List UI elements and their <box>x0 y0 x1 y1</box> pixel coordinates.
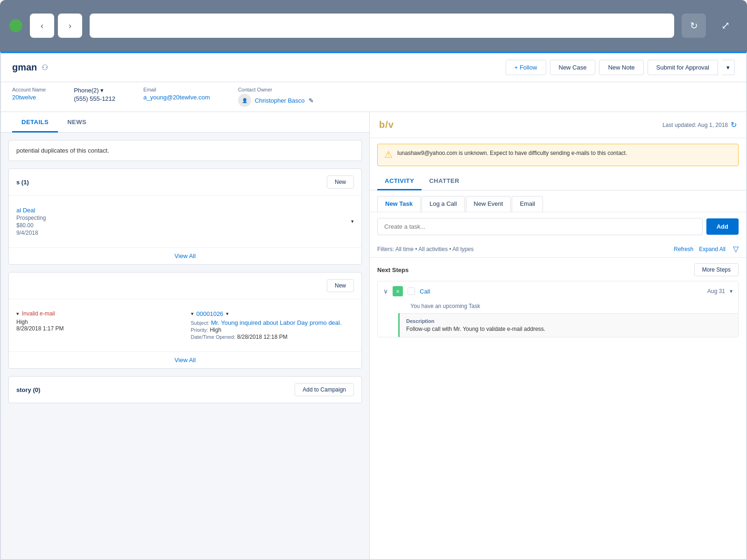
back-button[interactable]: ‹ <box>30 14 54 38</box>
new-case-button[interactable]: New Case <box>550 60 596 75</box>
case-priority-label: Priority: <box>191 327 208 333</box>
next-steps-title: Next Steps <box>377 266 409 273</box>
contact-info-bar: Account Name 20twelve Phone(2) ▾ (555) 5… <box>1 82 746 112</box>
task-name[interactable]: Call <box>420 288 703 295</box>
next-steps-header: Next Steps More Steps <box>377 263 739 276</box>
task-item-header: ∨ ≡ Call Aug 31 ▾ <box>378 281 738 301</box>
cases-body: ▾ Invalid e-mail High 8/28/2018 1:17 PM … <box>9 299 361 351</box>
refresh-expand: Refresh Expand All <box>674 246 726 252</box>
refresh-link[interactable]: Refresh <box>674 246 693 252</box>
phone-value: (555) 555-1212 <box>74 95 115 102</box>
cases-new-button[interactable]: New <box>327 279 354 292</box>
tree-icon[interactable]: ⚇ <box>42 63 48 72</box>
next-steps-section: Next Steps More Steps ∨ ≡ Call Aug 31 ▾ … <box>370 258 746 343</box>
log-call-tab[interactable]: Log a Call <box>422 196 465 212</box>
salesforce-app: gman ⚇ + Follow New Case New Note Submit… <box>0 51 747 560</box>
refresh-button[interactable]: ↻ <box>682 14 706 38</box>
phone-field: Phone(2) ▾ (555) 555-1212 <box>74 87 115 102</box>
cases-header: New <box>9 273 361 299</box>
owner-edit-icon[interactable]: ✎ <box>309 97 314 104</box>
case-subject-row: Subject: Mr. Young inquired about Labor … <box>191 319 354 326</box>
account-name-link[interactable]: 20twelve <box>12 94 36 101</box>
case-priority-left: High <box>16 319 180 325</box>
description-label: Description <box>406 318 732 324</box>
contact-name: gman <box>12 62 37 73</box>
filters-text: Filters: All time • All activities • All… <box>377 246 473 252</box>
opportunity-stage: Prospecting <box>16 215 351 221</box>
opportunities-view-all: View All <box>9 247 361 264</box>
task-subtitle: You have an upcoming Task <box>378 301 738 313</box>
follow-button[interactable]: + Follow <box>506 60 546 75</box>
task-description: Description Follow-up call with Mr. Youn… <box>400 313 738 337</box>
bv-updated: Last updated: Aug 1, 2018 ↻ <box>662 120 737 129</box>
more-steps-button[interactable]: More Steps <box>694 263 739 276</box>
add-campaign-button[interactable]: Add to Campaign <box>295 383 354 396</box>
address-bar[interactable] <box>90 14 674 38</box>
account-name-label: Account Name <box>12 87 46 92</box>
task-item-dropdown[interactable]: ▾ <box>730 288 733 294</box>
case-subject-link[interactable]: Mr. Young inquired about Labor Day promo… <box>211 319 342 326</box>
case-left-dropdown[interactable]: ▾ <box>16 311 19 317</box>
forward-button[interactable]: › <box>58 14 82 38</box>
cases-section: New ▾ Invalid e-mail High 8/28/2018 1:17… <box>8 272 362 369</box>
submit-approval-button[interactable]: Submit for Approval <box>648 60 718 75</box>
owner-name-link[interactable]: Christopher Basco <box>255 97 305 104</box>
submit-dropdown-button[interactable]: ▾ <box>722 60 735 75</box>
case-right-dropdown[interactable]: ▾ <box>226 311 229 317</box>
description-text: Follow-up call with Mr. Young to validat… <box>406 326 732 332</box>
email-link[interactable]: a_young@20tewlve.com <box>143 94 210 101</box>
left-panel: DETAILS NEWS potential duplicates of thi… <box>1 112 370 559</box>
opportunities-view-all-link[interactable]: View All <box>175 252 196 259</box>
opportunities-title: s (1) <box>16 179 29 186</box>
opportunities-new-button[interactable]: New <box>327 175 354 189</box>
task-content: Description Follow-up call with Mr. Youn… <box>400 313 738 337</box>
cases-view-all-link[interactable]: View All <box>175 357 196 364</box>
email-tab[interactable]: Email <box>512 196 543 212</box>
filters-right: Refresh Expand All ▽ <box>674 245 739 253</box>
task-input[interactable] <box>377 218 703 235</box>
add-task-button[interactable]: Add <box>706 218 739 235</box>
task-type-icon: ≡ <box>393 286 403 296</box>
case-invalid-email: Invalid e-mail <box>22 310 55 317</box>
contact-header: gman ⚇ + Follow New Case New Note Submit… <box>1 53 746 82</box>
expand-button[interactable]: ⤢ <box>713 14 738 38</box>
task-checkbox[interactable] <box>408 287 415 295</box>
tab-details[interactable]: DETAILS <box>12 112 58 133</box>
tab-activity[interactable]: ACTIVITY <box>377 172 422 190</box>
campaign-header: story (0) Add to Campaign <box>9 377 361 403</box>
new-task-tab[interactable]: New Task <box>377 196 421 212</box>
task-input-row: Add <box>370 212 746 241</box>
expand-all-link[interactable]: Expand All <box>699 246 726 252</box>
browser-chrome: ‹ › ↻ ⤢ <box>0 0 747 51</box>
tab-news[interactable]: NEWS <box>58 112 96 133</box>
opportunity-left: al Deal Prospecting $80.00 9/4/2018 <box>16 207 351 236</box>
duplicates-alert: potential duplicates of this contact. <box>8 140 362 161</box>
avatar: 👤 <box>238 94 251 107</box>
browser-nav: ‹ › <box>30 14 82 38</box>
task-chevron[interactable]: ∨ <box>383 287 388 295</box>
case-row: ▾ Invalid e-mail High 8/28/2018 1:17 PM … <box>16 307 354 344</box>
phone-dropdown-icon[interactable]: ▾ <box>100 87 104 94</box>
opportunity-dropdown-icon[interactable]: ▾ <box>351 218 354 224</box>
case-date-value: 8/28/2018 12:18 PM <box>237 334 288 340</box>
opportunity-row: al Deal Prospecting $80.00 9/4/2018 ▾ <box>16 203 354 240</box>
owner-field: Contact Owner 👤 Christopher Basco ✎ <box>238 87 314 107</box>
task-date: Aug 31 <box>707 288 725 294</box>
bv-refresh-icon[interactable]: ↻ <box>731 120 737 129</box>
account-name-field: Account Name 20twelve <box>12 87 46 101</box>
tab-chatter[interactable]: CHATTER <box>422 172 467 190</box>
case-number-link[interactable]: 00001026 <box>197 310 224 317</box>
new-note-button[interactable]: New Note <box>599 60 643 75</box>
owner-label: Contact Owner <box>238 87 314 92</box>
email-label: Email <box>143 87 210 92</box>
case-right-dropdown-left[interactable]: ▾ <box>191 311 194 317</box>
opportunity-name-link[interactable]: al Deal <box>16 207 35 214</box>
warning-banner: ⚠ lunashaw9@yahoo.com is unknown. Expect… <box>377 144 739 166</box>
new-event-tab[interactable]: New Event <box>466 196 511 212</box>
opportunities-header: s (1) New <box>9 169 361 196</box>
opportunity-date: 9/4/2018 <box>16 230 351 236</box>
filter-icon[interactable]: ▽ <box>733 245 739 253</box>
bv-logo: b/v <box>379 119 394 130</box>
case-date-row: Date/Time Opened: 8/28/2018 12:18 PM <box>191 333 354 340</box>
last-updated-text: Last updated: Aug 1, 2018 <box>662 122 728 128</box>
